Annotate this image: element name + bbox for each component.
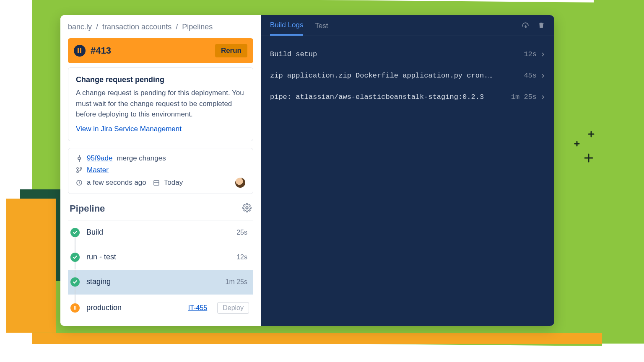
log-line[interactable]: Build setup12s (270, 44, 545, 65)
date-label: Today (164, 178, 183, 187)
breadcrumb-item[interactable]: transaction accounts (102, 23, 171, 31)
svg-point-0 (78, 157, 80, 160)
status-success-icon (70, 277, 80, 287)
step-duration: 1m 25s (226, 278, 247, 286)
status-success-icon (70, 253, 80, 262)
run-id: #413 (91, 45, 111, 56)
left-panel: banc.ly / transaction accounts / Pipelin… (60, 15, 261, 326)
commit-message: merge changes (117, 154, 166, 163)
sparkle-decoration (573, 130, 602, 163)
log-duration: 12s (524, 50, 537, 58)
log-text: pipe: atlassian/aws-elasticbeanstalk-sta… (270, 93, 484, 101)
status-success-icon (70, 228, 80, 237)
pipeline-title: Pipeline (70, 203, 105, 214)
log-duration: 1m 25s (511, 93, 537, 101)
commit-icon (76, 155, 83, 162)
download-logs-button[interactable] (522, 21, 530, 31)
bg-shape-orange (6, 199, 56, 333)
svg-rect-7 (154, 181, 159, 185)
log-line[interactable]: zip application.zip Dockerfile applicati… (270, 65, 545, 86)
commit-hash-link[interactable]: 95f9ade (87, 154, 112, 163)
deploy-button[interactable]: Deploy (217, 302, 249, 314)
pipeline-header: Pipeline (68, 203, 253, 220)
step-name: run - test (86, 253, 116, 261)
step-ticket-link[interactable]: IT-455 (188, 304, 207, 312)
author-avatar[interactable] (235, 178, 245, 188)
step-duration: 25s (236, 229, 247, 236)
run-banner: #413 Rerun (68, 38, 253, 63)
logs-tab[interactable]: Build Logs (270, 21, 303, 36)
step-name: production (86, 303, 122, 312)
svg-rect-11 (75, 306, 76, 310)
rerun-button[interactable]: Rerun (215, 44, 247, 57)
branch-link[interactable]: Master (87, 166, 109, 174)
commit-card: 95f9ade merge changes Master a few secon… (68, 148, 253, 194)
log-line[interactable]: pipe: atlassian/aws-elasticbeanstalk-sta… (270, 86, 545, 108)
status-paused-icon (70, 303, 80, 313)
logs-tabs: Build LogsTest (261, 15, 554, 36)
pipeline-steps: Build25srun - test12sstaging1m 25sproduc… (68, 220, 253, 322)
bg-shape-orange-bar (32, 333, 602, 344)
breadcrumb-item[interactable]: banc.ly (68, 23, 92, 31)
svg-point-9 (246, 207, 248, 209)
chevron-right-icon (541, 74, 545, 78)
calendar-icon (153, 179, 160, 186)
svg-point-5 (80, 168, 82, 169)
breadcrumb-item[interactable]: Pipelines (182, 23, 213, 31)
branch-icon (76, 167, 83, 173)
breadcrumb-separator: / (96, 23, 98, 31)
pipeline-step[interactable]: productionIT-455Deploy (68, 295, 253, 322)
breadcrumb: banc.ly / transaction accounts / Pipelin… (68, 23, 253, 31)
clock-icon (76, 179, 83, 186)
logs-tab[interactable]: Test (315, 22, 328, 35)
step-name: staging (86, 277, 111, 286)
log-text: Build setup (270, 50, 317, 58)
pipeline-step[interactable]: run - test12s (68, 245, 253, 270)
step-duration: 12s (236, 253, 247, 261)
breadcrumb-separator: / (176, 23, 178, 31)
pipeline-settings-button[interactable] (242, 203, 252, 214)
bg-shape-green-right (594, 0, 644, 344)
app-window: banc.ly / transaction accounts / Pipelin… (60, 15, 554, 326)
change-request-card: Change request pending A change request … (68, 67, 253, 141)
svg-point-3 (77, 168, 78, 169)
chevron-right-icon (541, 52, 545, 57)
pause-icon (74, 45, 86, 57)
svg-rect-10 (74, 306, 75, 310)
log-lines: Build setup12szip application.zip Docker… (261, 36, 554, 115)
relative-time: a few seconds ago (87, 178, 146, 187)
log-duration: 45s (524, 72, 537, 80)
pipeline-step[interactable]: staging1m 25s (68, 270, 253, 295)
chevron-right-icon (541, 95, 545, 99)
delete-logs-button[interactable] (538, 21, 545, 31)
view-in-jsm-link[interactable]: View in Jira Service Management (76, 125, 182, 133)
change-request-body: A change request is pending for this dep… (76, 88, 245, 120)
svg-point-4 (77, 171, 78, 173)
logs-panel: Build LogsTest Build setup12szip applica… (261, 15, 554, 326)
change-request-title: Change request pending (76, 75, 245, 84)
step-name: Build (86, 228, 103, 237)
pipeline-step[interactable]: Build25s (68, 220, 253, 245)
log-text: zip application.zip Dockerfile applicati… (270, 72, 496, 80)
